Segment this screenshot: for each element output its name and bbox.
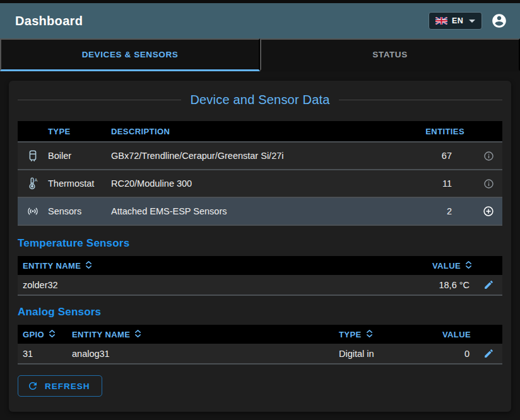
dashboard-card: Device and Sensor Data TYPE DESCRIPTION … — [9, 81, 511, 412]
edit-pencil-icon[interactable] — [475, 279, 502, 290]
tab-devices-sensors[interactable]: DEVICES & SENSORS — [0, 38, 260, 71]
device-type: Sensors — [48, 206, 111, 216]
temperature-sensors-heading: Temperature Sensors — [18, 237, 502, 250]
svg-text:A: A — [34, 177, 37, 183]
thermostat-icon: A — [18, 177, 48, 190]
sensors-icon — [18, 204, 48, 218]
sort-header-entity-name[interactable]: ENTITY NAME — [67, 329, 339, 340]
table-row-sensors[interactable]: Sensors Attached EMS-ESP Sensors 2 — [18, 198, 502, 226]
temperature-sensors-table: ENTITY NAME VALUE — [18, 256, 502, 296]
sort-icon — [366, 329, 373, 340]
page-title: Dashboard — [15, 14, 83, 28]
device-entities-count: 2 — [405, 206, 475, 216]
device-col-description: DESCRIPTION — [111, 127, 405, 136]
uk-flag-icon — [435, 17, 447, 25]
sort-icon — [134, 329, 141, 340]
sort-icon — [49, 329, 56, 340]
card-title-divider: Device and Sensor Data — [18, 91, 502, 108]
refresh-button-label: REFRESH — [45, 382, 90, 391]
sensor-type: Digital in — [339, 349, 399, 359]
language-code: EN — [452, 16, 463, 25]
sort-icon — [465, 260, 472, 271]
refresh-icon — [27, 380, 38, 392]
sensor-gpio: 31 — [18, 349, 67, 359]
sort-header-entity-name[interactable]: ENTITY NAME — [18, 260, 393, 271]
sensor-value: 0 — [399, 349, 475, 359]
sort-icon — [85, 260, 92, 271]
table-row-analog-sensor: 31 analog31 Digital in 0 — [18, 344, 502, 365]
analog-sensors-section: Analog Sensors GPIO ENTITY NAME — [18, 306, 502, 365]
device-description: Attached EMS-ESP Sensors — [111, 206, 405, 216]
refresh-button[interactable]: REFRESH — [18, 375, 102, 397]
device-entities-count: 67 — [405, 151, 475, 161]
add-circle-icon[interactable] — [475, 206, 502, 217]
header-value: VALUE — [399, 330, 475, 339]
app-bar: Dashboard EN — [0, 3, 520, 38]
table-row-temperature-sensor: zolder32 18,6 °C — [18, 275, 502, 296]
device-table: TYPE DESCRIPTION ENTITIES Boiler GBx72/T… — [18, 121, 502, 226]
edit-pencil-icon[interactable] — [475, 348, 502, 359]
info-icon[interactable] — [475, 178, 502, 189]
sort-header-value[interactable]: VALUE — [393, 260, 475, 271]
chevron-down-icon — [469, 20, 475, 23]
device-type: Thermostat — [48, 178, 111, 189]
device-description: RC20/Moduline 300 — [111, 178, 405, 189]
tab-status[interactable]: STATUS — [260, 38, 520, 71]
info-icon[interactable] — [475, 151, 502, 161]
analog-sensors-table: GPIO ENTITY NAME T — [18, 325, 502, 365]
sensor-entity-name: analog31 — [67, 349, 339, 359]
language-selector[interactable]: EN — [428, 12, 482, 30]
device-entities-count: 11 — [405, 178, 475, 189]
account-circle-icon — [491, 13, 507, 29]
boiler-icon — [18, 149, 48, 163]
device-table-header: TYPE DESCRIPTION ENTITIES — [18, 121, 502, 143]
sort-header-type[interactable]: TYPE — [339, 329, 399, 340]
device-col-entities: ENTITIES — [405, 127, 475, 136]
temperature-sensors-section: Temperature Sensors ENTITY NAME VALUE — [18, 237, 502, 296]
analog-table-header: GPIO ENTITY NAME T — [18, 325, 502, 344]
sensor-entity-name: zolder32 — [18, 280, 393, 290]
sensor-value: 18,6 °C — [393, 280, 475, 290]
table-row-thermostat[interactable]: A Thermostat RC20/Moduline 300 11 — [18, 170, 502, 198]
sort-header-gpio[interactable]: GPIO — [18, 329, 67, 340]
tab-bar: DEVICES & SENSORS STATUS — [0, 38, 520, 71]
device-type: Boiler — [48, 151, 111, 161]
device-description: GBx72/Trendline/Cerapur/Greenstar Si/27i — [111, 151, 405, 161]
card-title: Device and Sensor Data — [190, 93, 329, 107]
temperature-table-header: ENTITY NAME VALUE — [18, 256, 502, 275]
account-button[interactable] — [491, 13, 507, 29]
table-row-boiler[interactable]: Boiler GBx72/Trendline/Cerapur/Greenstar… — [18, 143, 502, 170]
analog-sensors-heading: Analog Sensors — [18, 306, 502, 318]
device-col-type: TYPE — [48, 127, 111, 136]
